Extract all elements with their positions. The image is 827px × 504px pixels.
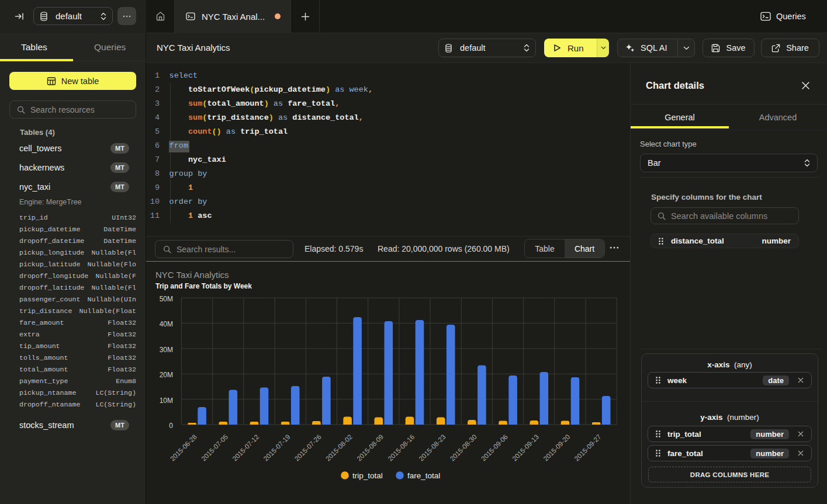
svg-text:10M: 10M — [160, 397, 173, 405]
svg-text:2015-07-19: 2015-07-19 — [262, 433, 292, 463]
svg-text:2015-09-13: 2015-09-13 — [511, 433, 540, 463]
svg-text:2015-07-12: 2015-07-12 — [231, 433, 260, 463]
svg-text:fare_total: fare_total — [407, 471, 440, 480]
svg-text:2015-08-09: 2015-08-09 — [355, 433, 385, 463]
svg-text:2015-07-26: 2015-07-26 — [293, 433, 323, 463]
svg-text:0: 0 — [169, 422, 173, 430]
svg-text:40M: 40M — [160, 320, 173, 328]
svg-text:20M: 20M — [160, 371, 173, 379]
svg-text:30M: 30M — [160, 346, 173, 354]
svg-text:2015-07-05: 2015-07-05 — [200, 433, 229, 463]
svg-text:2015-08-16: 2015-08-16 — [386, 433, 416, 463]
svg-text:2015-09-27: 2015-09-27 — [573, 433, 603, 463]
svg-text:trip_total: trip_total — [352, 471, 383, 480]
svg-text:2015-09-20: 2015-09-20 — [542, 433, 571, 463]
svg-text:50M: 50M — [160, 295, 173, 303]
svg-text:2015-08-30: 2015-08-30 — [449, 433, 478, 463]
svg-text:2015-08-02: 2015-08-02 — [324, 433, 354, 463]
svg-text:2015-06-28: 2015-06-28 — [169, 433, 198, 463]
svg-text:2015-08-23: 2015-08-23 — [418, 433, 447, 463]
svg-text:2015-09-06: 2015-09-06 — [480, 433, 509, 463]
